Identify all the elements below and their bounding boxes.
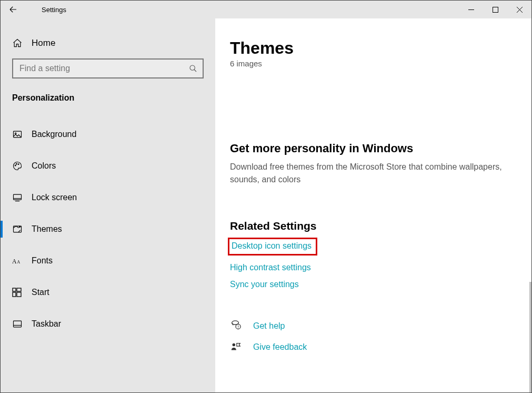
fonts-icon: AA [12,256,24,266]
sidebar-item-lock-screen[interactable]: Lock screen [1,182,215,213]
search-input[interactable] [18,63,188,74]
related-heading: Related Settings [230,220,517,232]
sidebar-item-label: Start [24,288,49,297]
link-sync-your-settings[interactable]: Sync your settings [230,280,299,289]
link-desktop-icon-settings[interactable]: Desktop icon settings [228,238,317,256]
svg-line-5 [194,70,196,72]
help-list: ? Get help Give feedback [230,316,517,358]
svg-point-9 [16,163,17,164]
sidebar-item-colors[interactable]: Colors [1,150,215,182]
sidebar-item-label: Taskbar [24,319,61,329]
svg-rect-20 [17,292,21,297]
sidebar-item-label: Lock screen [24,193,77,202]
search-icon [188,64,198,73]
search-wrap [1,58,215,88]
link-high-contrast-settings[interactable]: High contrast settings [230,263,311,272]
sidebar-item-background[interactable]: Background [1,119,215,150]
sidebar-item-fonts[interactable]: AA Fonts [1,245,215,277]
svg-text:A: A [17,260,20,264]
palette-icon [12,161,24,171]
window-title: Settings [26,6,66,14]
help-label: Get help [243,321,285,331]
minimize-button[interactable] [459,1,483,18]
svg-rect-1 [493,7,498,12]
svg-rect-18 [17,288,21,291]
svg-rect-11 [14,194,22,200]
home-label: Home [24,38,55,48]
close-button[interactable] [507,1,531,18]
scrollbar[interactable] [529,282,531,392]
svg-rect-19 [13,292,16,297]
sidebar-item-label: Background [24,130,76,139]
minimize-icon [468,7,474,13]
image-icon [12,129,24,140]
arrow-left-icon [8,5,18,14]
sidebar: Home Personalization Background [1,18,215,392]
themes-icon [12,224,24,234]
svg-text:?: ? [237,325,239,329]
give-feedback-link[interactable]: Give feedback [230,337,517,358]
promo-body: Download free themes from the Microsoft … [230,161,504,186]
home-icon [12,38,24,48]
feedback-label: Give feedback [243,342,307,352]
sidebar-item-label: Fonts [24,256,53,266]
svg-text:A: A [12,258,17,265]
category-label: Personalization [1,88,215,113]
clipped-text: 6 images [230,59,517,68]
svg-point-8 [15,165,16,166]
related-links: Desktop icon settings High contrast sett… [230,238,517,289]
svg-rect-17 [13,288,16,291]
svg-point-25 [233,343,236,347]
titlebar: Settings [1,1,531,18]
body: Home Personalization Background [1,18,531,392]
start-icon [12,288,24,297]
svg-point-10 [18,164,19,165]
main-content: Themes 6 images Get more personality in … [215,18,531,392]
sidebar-item-start[interactable]: Start [1,277,215,308]
settings-window: Settings Home [0,0,532,393]
close-icon [517,7,523,13]
taskbar-icon [12,319,24,329]
sidebar-item-label: Colors [24,161,56,171]
back-button[interactable] [1,1,26,18]
sidebar-item-taskbar[interactable]: Taskbar [1,308,215,340]
svg-point-4 [190,65,195,70]
svg-rect-21 [14,321,22,327]
sidebar-item-label: Themes [24,224,62,234]
feedback-icon [230,341,243,353]
lock-screen-icon [12,192,24,203]
search-box[interactable] [12,58,204,78]
get-help-link[interactable]: ? Get help [230,316,517,337]
promo-heading: Get more personality in Windows [230,142,517,155]
sidebar-item-themes[interactable]: Themes [1,213,215,245]
page-title: Themes [230,38,517,58]
nav-list: Background Colors Lock screen [1,113,215,340]
help-icon: ? [230,320,243,332]
maximize-icon [493,7,498,13]
maximize-button[interactable] [483,1,507,18]
home-button[interactable]: Home [1,28,215,58]
